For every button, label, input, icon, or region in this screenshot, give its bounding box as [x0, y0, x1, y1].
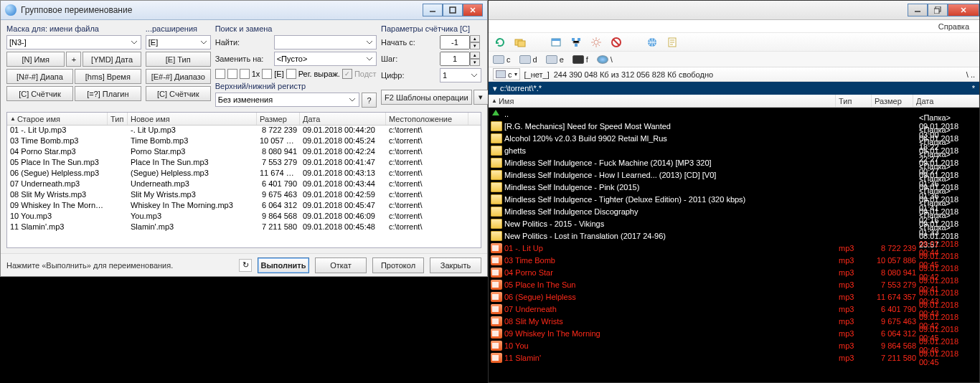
drive-net[interactable]: \: [597, 55, 613, 64]
cancel-icon[interactable]: [611, 37, 622, 48]
tree-icon[interactable]: [570, 37, 582, 48]
window-icon[interactable]: [550, 37, 562, 48]
list-item[interactable]: Mindless Self Indulgence - Fuck Machine …: [489, 156, 979, 169]
digits-input[interactable]: 1: [440, 68, 481, 82]
step-down[interactable]: ▾: [470, 59, 480, 66]
menu-help[interactable]: Справка: [938, 22, 969, 31]
list-item[interactable]: 08 Slit My Wristsmp39 675 46309.01.2018 …: [489, 315, 979, 327]
chk-1x[interactable]: [240, 69, 250, 79]
undo-button[interactable]: Откат: [315, 257, 367, 273]
path-bar[interactable]: ▾ c:\torrent\*.* *: [489, 82, 979, 95]
col-date[interactable]: Дата: [300, 113, 386, 125]
drive-e[interactable]: e: [546, 55, 564, 64]
list-item[interactable]: 07 Underneathmp36 401 79009.01.2018 00:4…: [489, 303, 979, 315]
chk-e[interactable]: [262, 69, 272, 79]
maximize-button[interactable]: [443, 4, 463, 16]
find-input[interactable]: [274, 35, 377, 49]
col-type[interactable]: Тип: [108, 113, 128, 125]
start-up[interactable]: ▴: [470, 35, 480, 42]
reload-icon[interactable]: ↻: [239, 259, 252, 272]
chk-regex[interactable]: [286, 69, 296, 79]
log-button[interactable]: Протокол: [372, 257, 424, 273]
fcol-name[interactable]: ▲Имя: [489, 95, 836, 107]
btn-counter[interactable]: [C] Счётчик: [6, 86, 73, 101]
list-item[interactable]: 05 Place In The Sunmp37 553 27909.01.201…: [489, 278, 979, 290]
btn-hms[interactable]: [hms] Время: [75, 69, 141, 84]
list-item[interactable]: New Politics - 2015 - Vikings<Папка> 09.…: [489, 217, 979, 230]
table-row[interactable]: 10 You.mp3You.mp39 864 56809.01.2018 00:…: [7, 212, 481, 222]
ext-input[interactable]: [E]: [146, 35, 211, 49]
list-item[interactable]: 04 Porno Starmp38 080 94109.01.2018 00:4…: [489, 266, 979, 278]
col-size[interactable]: Размер: [257, 113, 300, 125]
templates-button[interactable]: F2 Шаблоны операции: [381, 90, 472, 105]
btn-erange[interactable]: [E#-#] Диапазо: [146, 69, 211, 84]
main-titlebar[interactable]: [489, 1, 979, 20]
fcol-size[interactable]: Размер: [872, 95, 913, 107]
drive-select[interactable]: c▾: [493, 68, 520, 80]
list-item[interactable]: ..: [489, 108, 979, 120]
list-item[interactable]: Mindless Self Indulgence - How I Learned…: [489, 169, 979, 181]
folder-compare-icon[interactable]: [514, 37, 526, 48]
col-old[interactable]: ▲Старое имя: [7, 113, 108, 125]
btn-nrange[interactable]: [N#-#] Диапа: [6, 69, 73, 84]
table-row[interactable]: 09 Whiskey In The Morning...Whiskey In T…: [7, 201, 481, 212]
step-input[interactable]: [440, 52, 470, 66]
btn-plus[interactable]: +: [66, 52, 81, 67]
fcol-date[interactable]: Дата: [913, 95, 979, 107]
drive-d[interactable]: d: [519, 55, 537, 64]
close-button[interactable]: [463, 4, 483, 16]
main-minimize[interactable]: [908, 4, 928, 16]
table-row[interactable]: 11 Slamin'.mp3Slamin'.mp37 211 58009.01.…: [7, 222, 481, 233]
table-row[interactable]: 03 Time Bomb.mp3Time Bomb.mp310 057 8860…: [7, 136, 481, 147]
list-item[interactable]: Alcohol 120% v2.0.3 Build 9902 Retail Ml…: [489, 132, 979, 144]
dialog-titlebar[interactable]: Групповое переименование: [1, 1, 487, 20]
step-up[interactable]: ▴: [470, 52, 480, 59]
main-restore[interactable]: [928, 4, 948, 16]
list-item[interactable]: 09 Whiskey In The Morningmp36 064 31209.…: [489, 327, 979, 339]
close-dialog-button[interactable]: Закрыть: [430, 257, 481, 273]
list-item[interactable]: Mindless Self Indulgence - Pink (2015)<П…: [489, 181, 979, 193]
btn-e[interactable]: [E] Тип: [146, 52, 211, 67]
table-row[interactable]: 05 Place In The Sun.mp3Place In The Sun.…: [7, 158, 481, 169]
btn-n[interactable]: [N] Имя: [6, 52, 65, 67]
list-item[interactable]: 01 -. Lit Upmp38 722 23909.01.2018 00:44: [489, 242, 979, 254]
list-item[interactable]: New Politics - Lost in Translation (2017…: [489, 230, 979, 242]
list-item[interactable]: 06 (Segue) Helplessmp311 674 35709.01.20…: [489, 290, 979, 303]
replace-input[interactable]: <Пусто>: [274, 52, 377, 66]
status-back[interactable]: \ ..: [966, 70, 975, 79]
templates-menu[interactable]: ▾: [473, 90, 489, 105]
col-loc[interactable]: Местоположение: [386, 113, 468, 125]
start-input[interactable]: [440, 35, 470, 49]
table-row[interactable]: 01 -. Lit Up.mp3-. Lit Up.mp38 722 23909…: [7, 126, 481, 136]
chk-subst[interactable]: ✓: [342, 69, 352, 79]
note-icon[interactable]: [666, 37, 678, 48]
start-down[interactable]: ▾: [470, 42, 480, 49]
drive-c[interactable]: c: [493, 55, 511, 64]
globe-icon[interactable]: [646, 37, 658, 48]
chk-2[interactable]: [227, 69, 237, 79]
list-item[interactable]: 03 Time Bombmp310 057 88609.01.2018 00:4…: [489, 254, 979, 266]
col-new[interactable]: Новое имя: [128, 113, 257, 125]
list-item[interactable]: Mindless Self Indulgence - Tighter (Delu…: [489, 193, 979, 205]
list-item[interactable]: [R.G. Mechanics] Need for Speed Most Wan…: [489, 120, 979, 132]
table-row[interactable]: 07 Underneath.mp3Underneath.mp36 401 790…: [7, 179, 481, 190]
file-list[interactable]: ..[R.G. Mechanics] Need for Speed Most W…: [489, 108, 979, 382]
refresh-icon[interactable]: [494, 37, 506, 48]
run-button[interactable]: Выполнить: [258, 257, 309, 273]
fcol-type[interactable]: Тип: [836, 95, 872, 107]
btn-counter2[interactable]: [C] Счётчик: [146, 86, 211, 101]
case-help[interactable]: ?: [362, 93, 377, 108]
minimize-button[interactable]: [423, 4, 443, 16]
list-item[interactable]: 10 Yoump39 864 56809.01.2018 00:46: [489, 339, 979, 351]
chk-1[interactable]: [215, 69, 225, 79]
mask-input[interactable]: [N3-]: [6, 35, 141, 49]
drive-f[interactable]: f: [573, 55, 588, 64]
table-row[interactable]: 06 (Segue) Helpless.mp3(Segue) Helpless.…: [7, 169, 481, 179]
list-item[interactable]: 11 Slamin'mp37 211 58009.01.2018 00:45: [489, 351, 979, 364]
table-row[interactable]: 04 Porno Star.mp3Porno Star.mp38 080 941…: [7, 147, 481, 158]
main-close[interactable]: [948, 4, 979, 16]
gear-icon[interactable]: [590, 37, 602, 48]
table-row[interactable]: 08 Slit My Wrists.mp3Slit My Wrists.mp39…: [7, 190, 481, 201]
btn-plugin[interactable]: [=?] Плагин: [75, 86, 141, 101]
list-item[interactable]: ghetts<Папка> 05.01.2018 22:27: [489, 144, 979, 156]
